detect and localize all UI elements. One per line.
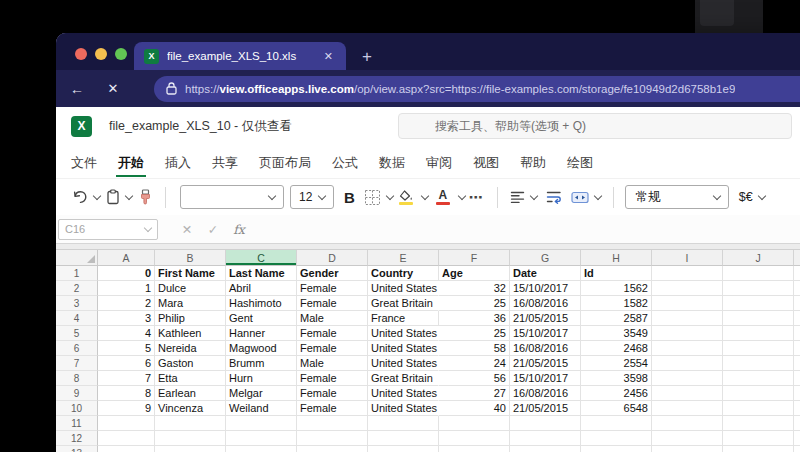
formula-input[interactable] [252,215,800,243]
cell-H3[interactable]: 1582 [581,296,652,311]
cell-B13[interactable] [155,446,226,452]
row-header-2[interactable]: 2 [56,281,98,296]
cell-A5[interactable]: 4 [98,326,155,341]
stop-button[interactable]: ✕ [102,81,124,96]
number-format-select[interactable]: 常规 [625,185,729,209]
row-header-8[interactable]: 8 [56,371,98,386]
cell-I5[interactable] [652,326,723,341]
bold-button[interactable]: B [344,189,355,206]
cell-C4[interactable]: Gent [226,311,297,326]
enter-button[interactable]: ✓ [200,222,226,237]
cell-H5[interactable]: 3549 [581,326,652,341]
alignment-button[interactable] [510,190,537,204]
cell-D7[interactable]: Male [297,356,368,371]
column-header-H[interactable]: H [581,250,652,266]
cell-I8[interactable] [652,371,723,386]
alignment-dropdown-chevron[interactable] [530,191,538,199]
cell-J6[interactable] [723,341,794,356]
back-button[interactable]: ← [66,81,88,97]
cell-F11[interactable] [439,416,510,431]
menu-tab-帮助[interactable]: 帮助 [518,147,548,177]
row-header-10[interactable]: 10 [56,401,98,416]
cell-F8[interactable]: 56 [439,371,510,386]
cell-H2[interactable]: 1562 [581,281,652,296]
cell-A13[interactable] [98,446,155,452]
cell-C12[interactable] [226,431,297,446]
browser-tab[interactable]: X file_example_XLS_10.xls ✕ [134,42,346,70]
font-name-select[interactable] [180,185,284,209]
cell-I7[interactable] [652,356,723,371]
cell-F7[interactable]: 24 [439,356,510,371]
undo-button[interactable] [72,189,100,205]
cell-C7[interactable]: Brumm [226,356,297,371]
cell-I4[interactable] [652,311,723,326]
cell-C1[interactable]: Last Name [226,266,297,281]
menu-tab-公式[interactable]: 公式 [330,147,360,177]
new-tab-button[interactable]: + [362,48,372,65]
name-box-chevron[interactable] [144,224,152,232]
column-header-B[interactable]: B [155,250,226,266]
cell-G8[interactable]: 15/10/2017 [510,371,581,386]
cancel-button[interactable]: ✕ [174,222,200,237]
cell-I13[interactable] [652,446,723,452]
tab-close-icon[interactable]: ✕ [321,48,336,65]
cell-J4[interactable] [723,311,794,326]
address-bar[interactable]: https://view.officeapps.live.com/op/view… [154,76,800,102]
cell-G10[interactable]: 21/05/2015 [510,401,581,416]
cell-J5[interactable] [723,326,794,341]
column-header-C[interactable]: C [226,250,297,266]
cell-I12[interactable] [652,431,723,446]
close-window-button[interactable] [75,48,87,60]
column-header-J[interactable]: J [723,250,794,266]
cell-G2[interactable]: 15/10/2017 [510,281,581,296]
row-header-6[interactable]: 6 [56,341,98,356]
cell-D3[interactable]: Female [297,296,368,311]
insert-function-button[interactable]: fx [226,222,252,237]
cell-H8[interactable]: 3598 [581,371,652,386]
cell-D6[interactable]: Female [297,341,368,356]
row-header-13[interactable]: 13 [56,446,98,452]
cell-H12[interactable] [581,431,652,446]
menu-tab-数据[interactable]: 数据 [377,147,407,177]
cell-D1[interactable]: Gender [297,266,368,281]
cell-G11[interactable] [510,416,581,431]
cell-H10[interactable]: 6548 [581,401,652,416]
cell-H1[interactable]: Id [581,266,652,281]
column-header-F[interactable]: F [439,250,510,266]
cell-F3[interactable]: 25 [439,296,510,311]
cell-B3[interactable]: Mara [155,296,226,311]
column-header-I[interactable]: I [652,250,723,266]
menu-tab-页面布局[interactable]: 页面布局 [257,147,313,177]
zoom-window-button[interactable] [115,48,127,60]
cell-G13[interactable] [510,446,581,452]
cell-E3[interactable]: Great Britain [368,296,439,311]
fill-color-chevron[interactable] [421,191,429,199]
cell-D2[interactable]: Female [297,281,368,296]
cell-C3[interactable]: Hashimoto [226,296,297,311]
merge-cells-button[interactable] [571,191,601,204]
menu-tab-审阅[interactable]: 审阅 [424,147,454,177]
font-color-button[interactable]: A [436,189,450,205]
cell-B5[interactable]: Kathleen [155,326,226,341]
cell-E1[interactable]: Country [368,266,439,281]
cell-E11[interactable] [368,416,439,431]
cell-I9[interactable] [652,386,723,401]
menu-tab-绘图[interactable]: 绘图 [565,147,595,177]
cell-J7[interactable] [723,356,794,371]
menu-tab-插入[interactable]: 插入 [163,147,193,177]
cell-D13[interactable] [297,446,368,452]
cell-A2[interactable]: 1 [98,281,155,296]
cell-F12[interactable] [439,431,510,446]
cell-E4[interactable]: France [368,311,439,326]
cell-B12[interactable] [155,431,226,446]
cell-A9[interactable]: 8 [98,386,155,401]
row-header-1[interactable]: 1 [56,266,98,281]
cell-A8[interactable]: 7 [98,371,155,386]
wrap-text-button[interactable] [546,190,562,204]
cell-I6[interactable] [652,341,723,356]
cell-D5[interactable]: Female [297,326,368,341]
cell-H7[interactable]: 2554 [581,356,652,371]
cell-E7[interactable]: United States [368,356,439,371]
column-header-D[interactable]: D [297,250,368,266]
cell-C10[interactable]: Weiland [226,401,297,416]
